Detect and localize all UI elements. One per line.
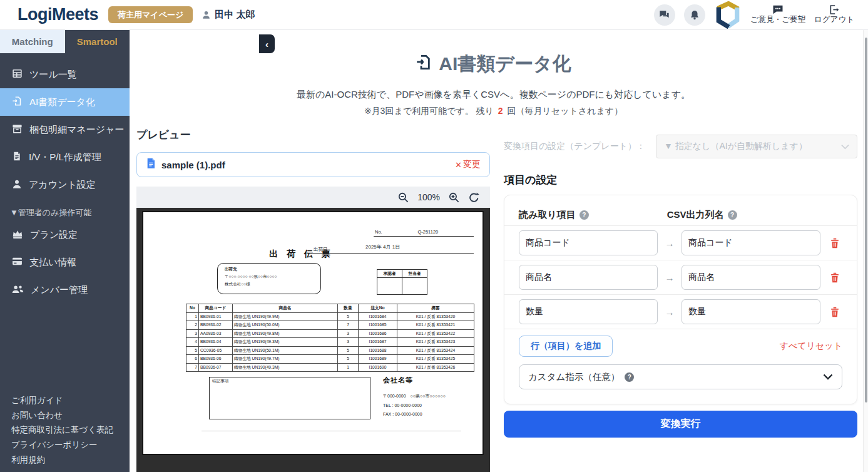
sidebar-footer-links: ご利用ガイド お問い合わせ 特定商取引法に基づく表記 プライバシーポリシー 利用… (11, 396, 113, 466)
file-import-icon (12, 96, 23, 108)
doc-table-cell: 3 (186, 329, 199, 338)
uploaded-file-card: sample (1).pdf ✕ 変更 (136, 152, 490, 177)
read-field-input[interactable] (519, 299, 658, 324)
link-privacy-policy[interactable]: プライバシーポリシー (11, 440, 113, 451)
csv-field-input[interactable] (682, 230, 820, 255)
feedback-chat-icon (772, 5, 784, 14)
sidebar-item-label: 梱包明細マネージャー (29, 124, 124, 136)
doc-table-cell: 1 (186, 312, 199, 321)
user-menu[interactable]: 田中 太郎 (202, 9, 255, 21)
zoom-in-icon[interactable] (448, 192, 460, 203)
read-field-input[interactable] (519, 230, 658, 255)
doc-table-cell: 5 (338, 312, 359, 321)
sidebar-item-label: I/V・P/L作成管理 (29, 151, 101, 163)
doc-table-cell: K01 / 反番 81353426 (397, 363, 474, 372)
cube-logo[interactable] (714, 1, 742, 29)
doc-table-header: 数量 (338, 304, 359, 313)
doc-table-cell: 5 (338, 346, 359, 355)
arrow-right-icon: → (658, 307, 682, 317)
template-select-value: ▼ 指定なし（AIが自動解析します） (664, 141, 807, 152)
doc-table-cell: K01 / 反番 81353421 (397, 321, 474, 330)
link-usage-guide[interactable]: ご利用ガイド (11, 396, 113, 406)
sidebar-item-ivpl-management[interactable]: I/V・P/L作成管理 (0, 143, 130, 171)
help-icon[interactable]: ? (728, 210, 737, 220)
link-contact[interactable]: お問い合わせ (11, 411, 113, 421)
notifications-button[interactable] (684, 4, 705, 26)
sidebar-item-member-management[interactable]: メンバー管理 (0, 276, 130, 304)
sidebar-item-label: ツール一覧 (29, 69, 77, 81)
doc-table-header: 摘要 (397, 304, 474, 313)
execute-conversion-button[interactable]: 変換実行 (504, 411, 857, 438)
link-commercial-law[interactable]: 特定商取引法に基づく表記 (11, 425, 113, 436)
preview-heading: プレビュー (136, 128, 191, 142)
sidebar-item-packing-manager[interactable]: 梱包明細マネージャー (0, 116, 130, 143)
sidebar-item-label: 支払い情報 (29, 257, 76, 269)
doc-table-header: 注文No (359, 304, 397, 313)
chat-button[interactable] (654, 4, 675, 26)
zoom-out-icon[interactable] (397, 192, 409, 203)
custom-instruction-panel[interactable]: カスタム指示（任意） ? (519, 364, 842, 389)
change-file-link[interactable]: ✕ 変更 (455, 159, 481, 170)
doc-table-cell: BB0936-01 (199, 312, 233, 321)
usage-note: ※月3回まで利用可能です。 残り 2 回（毎月リセットされます） (130, 106, 857, 117)
doc-table-row: 2BB0936-02織物生地 UN190(50.0M)7I1001685K01 … (186, 321, 474, 330)
logout-icon (829, 5, 840, 14)
pdf-viewer[interactable]: No. Q-251120 出 荷 伝 票 出荷日 2025年 4月 1日 出荷先… (136, 208, 490, 472)
sidebar-nav: ツール一覧 AI書類データ化 梱包明細マネージャー I/V・P/L作成管理 アカ… (0, 61, 130, 304)
shipper-mypage-badge: 荷主用マイページ (108, 6, 193, 23)
sidebar-item-account-settings[interactable]: アカウント設定 (0, 171, 130, 198)
tab-smartool[interactable]: Smartool (65, 30, 130, 53)
doc-table-row: 3AA0936-03織物生地 UN190(49.8M)3I1001686K01 … (186, 329, 474, 338)
doc-staff-cell (402, 278, 427, 295)
sidebar-item-plan-settings[interactable]: プラン設定 (0, 221, 130, 249)
tab-matching[interactable]: Matching (0, 30, 65, 53)
doc-date-label: 出荷日 (314, 247, 328, 252)
sidebar-collapse-button[interactable]: ‹ (259, 34, 275, 53)
field-row: → (519, 260, 842, 294)
csv-field-input[interactable] (682, 299, 820, 324)
doc-title: 出 荷 伝 票 (143, 249, 459, 259)
page-title-text: AI書類データ化 (439, 51, 571, 77)
logout-link[interactable]: ログアウト (814, 5, 854, 24)
read-field-input[interactable] (519, 265, 658, 290)
doc-no-label: No. (375, 229, 382, 235)
reset-all-link[interactable]: すべてリセット (780, 341, 842, 352)
app-screen: LogiMeets 荷主用マイページ 田中 太郎 (0, 0, 868, 472)
doc-approver-cell (377, 278, 402, 295)
main-content: ‹ AI書類データ化 最新のAI-OCR技術で、PDFや画像を素早くCSVへ。複… (130, 30, 868, 472)
sidebar-item-ai-document[interactable]: AI書類データ化 (0, 88, 130, 116)
help-icon[interactable]: ? (580, 210, 589, 220)
link-terms[interactable]: 利用規約 (11, 455, 113, 466)
trash-icon[interactable] (830, 307, 840, 317)
doc-table-cell: K01 / 反番 81353424 (397, 346, 474, 355)
file-name: sample (1).pdf (161, 160, 225, 170)
rotate-icon[interactable] (468, 192, 480, 203)
doc-table: No商品コード商品名数量注文No摘要1BB0936-01織物生地 UN190(4… (186, 304, 474, 372)
sidebar-item-payment-info[interactable]: 支払い情報 (0, 249, 130, 276)
template-label: 変換項目の設定（テンプレート）： (504, 141, 645, 152)
doc-approval-table: 承認者 担当者 (377, 269, 427, 295)
trash-icon[interactable] (830, 238, 840, 249)
add-row-button[interactable]: 行（項目）を追加 (519, 336, 613, 357)
sidebar-item-label: アカウント設定 (29, 179, 96, 191)
csv-field-input[interactable] (682, 265, 820, 290)
close-icon: ✕ (455, 160, 462, 170)
doc-table-cell: I1001690 (359, 363, 397, 372)
doc-no-value: Q-251120 (417, 229, 438, 235)
crown-icon (12, 229, 23, 241)
field-row: → (519, 295, 842, 329)
doc-notes-box: 特記事項 (209, 377, 370, 419)
doc-table-row: 1BB0936-01織物生地 UN190(49.9M)5I1001684K01 … (186, 312, 474, 321)
scrollbar-thumb[interactable] (865, 38, 867, 403)
sidebar-item-label: AI書類データ化 (29, 96, 95, 108)
doc-table-cell: 3 (338, 329, 359, 338)
doc-table-row: 4BB0936-04織物生地 UN190(49.3M)3I1001687K01 … (186, 338, 474, 347)
help-icon[interactable]: ? (625, 372, 634, 382)
sidebar-item-tool-list[interactable]: ツール一覧 (0, 61, 130, 88)
add-row-section: 行（項目）を追加 すべてリセット (519, 329, 842, 363)
trash-icon[interactable] (830, 272, 840, 283)
usage-prefix: ※月3回まで利用可能です。 残り (364, 106, 494, 116)
feedback-link[interactable]: ご意見・ご要望 (750, 5, 805, 24)
admin-section-label[interactable]: ▼管理者のみ操作可能 (10, 207, 130, 218)
csv-column-label: CSV出力列名 (667, 209, 724, 221)
